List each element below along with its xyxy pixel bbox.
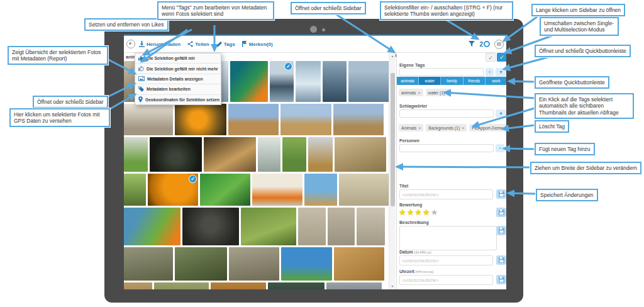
photo-seal[interactable] [124,104,173,135]
photo-orcas[interactable] [323,61,347,102]
remove-tag-icon[interactable]: × [418,126,421,130]
photo-bee-swarm[interactable]: ✓ [148,174,198,206]
photo-whale-tail[interactable]: ✓ [270,61,294,102]
photo-caterpillar[interactable] [304,174,337,206]
quickbutton-family[interactable]: family [441,77,463,85]
beschreibung-label: Beschreibung [399,220,429,225]
remove-tag-icon[interactable]: × [505,126,506,130]
photo-lizard[interactable] [154,282,209,289]
photo-peacock[interactable] [150,137,202,172]
photo-motorbike[interactable] [326,282,382,289]
photo-croc-leap-2[interactable] [328,208,355,245]
star-3-filled-icon[interactable]: ★ [414,208,423,217]
tags-menu-button[interactable]: Tags [216,42,235,47]
photo-termite-mound[interactable] [211,282,266,289]
star-4-filled-icon[interactable]: ★ [423,208,431,217]
photo-parrot-head[interactable] [124,208,180,245]
callout-tag-click: Ein Klick auf die Tags selektiert automa… [535,93,634,119]
photo-croc-leap-1[interactable] [298,208,326,245]
quickbutton-animals[interactable]: animals [397,77,419,85]
keywords-caret-button[interactable]: ▾ [496,109,506,118]
scroll-up-icon[interactable]: ▲ [389,54,396,58]
grid-scrollbar[interactable]: ▲ ▼ [389,53,396,289]
menu-circle-icon[interactable] [494,40,504,49]
save-uhrzeit-button[interactable] [496,275,506,284]
photo-croc-leap-3[interactable] [357,208,385,245]
keywords-input[interactable] [399,109,494,118]
save-titel-button[interactable] [496,189,506,199]
photo-croc-snout[interactable] [229,247,279,281]
photo-mantis-brown[interactable] [308,137,333,172]
single-selection-button[interactable]: ✓ [486,53,496,62]
star-2-filled-icon[interactable]: ★ [407,208,415,217]
chip-label: PicApport-Demo [472,126,503,130]
scrollbar-thumb[interactable] [391,73,395,206]
photo-hummingbird-flowers[interactable] [252,174,303,206]
remove-tag-icon[interactable]: × [462,126,464,130]
photo-ghost-crab[interactable] [339,174,389,206]
photo-croc-grass[interactable] [241,208,296,245]
photo-lovebirds[interactable] [124,137,148,172]
photo-whale-fluke-sea[interactable] [348,61,389,102]
app-logo-icon[interactable] [126,40,135,48]
keyword-chip-animals[interactable]: Animals× [399,124,423,131]
remove-tag-icon[interactable]: × [447,91,449,95]
photo-croc-dark[interactable] [268,282,325,289]
photo-row-7 [124,282,389,289]
photo-jellyfish[interactable] [175,104,226,135]
menu-item-label: Die Selektion gefällt mir nicht mehr [147,67,218,71]
beschreibung-textarea[interactable] [399,226,497,250]
titel-input[interactable] [399,189,493,199]
save-bewertung-button[interactable] [496,208,506,217]
photo-macaw[interactable] [230,61,268,102]
photo-heron[interactable] [258,137,280,172]
add-own-tag-button[interactable]: + [486,68,494,76]
bookmark-button[interactable]: Merken(0) [242,41,273,47]
photo-croc-group[interactable] [175,247,227,281]
own-chip-animals[interactable]: animals× [399,89,423,96]
persons-input[interactable] [399,144,494,152]
photo-wallaby-2[interactable] [124,282,152,289]
quickbutton-water[interactable]: water [419,77,441,85]
filter-icon[interactable] [469,41,475,47]
scroll-down-icon[interactable]: ▼ [389,284,396,288]
menu-item-5[interactable]: Geokoordinaten für Selektion setzen [135,95,221,104]
save-beschreibung-button[interactable] [496,226,506,235]
star-1-filled-icon[interactable]: ★ [399,208,407,217]
quickbutton-work[interactable]: work [486,77,506,85]
share-button[interactable]: Teilen [187,41,209,47]
save-datum-button[interactable] [496,255,506,265]
menu-item-3[interactable]: Metadaten Details anzeigen [135,74,221,84]
photo-chipmunk-pair[interactable] [280,104,331,135]
menu-item-1[interactable]: Die Selektion gefällt mir [135,53,221,64]
datum-input[interactable] [399,255,493,265]
quickbar-toggle-button[interactable]: ▾ [496,68,506,76]
keyword-chip-backgrounds-1-[interactable]: Backgrounds (1)× [426,124,467,131]
own-tags-input[interactable] [399,68,484,76]
photo-crab-closeup[interactable] [204,137,256,172]
star-5-empty-icon[interactable]: ★ [431,208,439,217]
quickbutton-friends[interactable]: friends [464,77,486,85]
download-button[interactable]: Herunterladen [139,41,180,47]
multi-selection-button[interactable]: ✓ [497,53,506,62]
photo-lorikeets[interactable] [281,247,332,281]
thumb-up-outline-icon [138,65,144,72]
photo-mantis-green[interactable] [124,174,146,206]
rating-stars[interactable]: ★★★★★ [399,208,438,217]
photo-wallaby[interactable] [334,247,384,281]
menu-item-2[interactable]: Die Selektion gefällt mir nicht mehr [135,64,221,74]
add-person-button[interactable]: + [496,144,504,152]
photo-chipmunk-2[interactable] [333,104,384,135]
photo-whale-blow[interactable] [296,61,321,102]
menu-item-4[interactable]: Metadaten bearbeiten [135,84,221,94]
photo-grasshopper[interactable] [335,137,386,172]
remove-tag-icon[interactable]: × [418,91,420,95]
photo-chipmunk-1[interactable] [228,104,279,135]
photo-black-bird[interactable] [182,208,239,245]
uhrzeit-input[interactable] [399,275,493,285]
own-chip-water-1-[interactable]: water (1)× [426,89,452,96]
photo-hummingbird-leaves[interactable] [200,174,250,206]
keyword-chip-picapport-demo[interactable]: PicApport-Demo× [469,124,506,131]
photo-croc-head[interactable] [124,247,173,281]
photo-shoebill[interactable] [282,137,306,172]
